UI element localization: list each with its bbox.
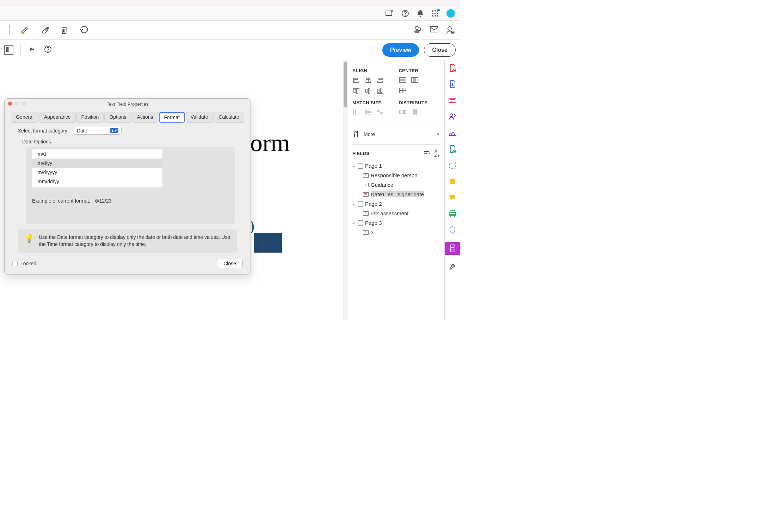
apps-grid-icon[interactable] <box>432 10 439 17</box>
align-center-h-icon[interactable] <box>364 77 372 84</box>
window-minimize-icon <box>15 101 19 106</box>
pin-icon[interactable] <box>28 45 37 55</box>
tab-general[interactable]: General <box>11 112 38 123</box>
svg-rect-49 <box>405 111 406 113</box>
tree-label: risk assessment <box>371 210 409 216</box>
svg-point-10 <box>434 15 436 17</box>
link-cloud-icon[interactable] <box>413 26 422 35</box>
canvas-scrollbar-thumb[interactable] <box>344 62 347 107</box>
tab-calculate[interactable]: Calculate <box>214 112 244 123</box>
dialog-title: Text Field Properties <box>107 101 149 107</box>
fill-sign-icon[interactable] <box>448 129 457 137</box>
distribute-v-icon <box>411 109 419 116</box>
list-item-mdyy[interactable]: m/d/yy <box>32 159 162 168</box>
center-h-icon[interactable] <box>399 77 407 84</box>
align-right-icon[interactable] <box>376 77 384 84</box>
align-top-icon[interactable] <box>352 87 360 94</box>
tree-node-page2[interactable]: ⌄ Page 2 <box>352 199 440 209</box>
prepare-form-icon[interactable] <box>445 242 460 255</box>
tab-validate[interactable]: Validate <box>186 112 213 123</box>
tab-format[interactable]: Format <box>159 112 185 123</box>
center-both-icon[interactable] <box>399 87 407 94</box>
edit-pdf-icon[interactable] <box>448 96 457 105</box>
tree-leaf-3[interactable]: T 3 <box>352 228 440 237</box>
chevron-down-icon: ⌄ <box>352 202 356 206</box>
export-pdf-icon[interactable] <box>448 80 457 88</box>
tree-leaf-risk[interactable]: T risk assessment <box>352 209 440 218</box>
avatar[interactable] <box>446 9 455 18</box>
canvas-scrollbar-track[interactable] <box>343 60 348 320</box>
more-tools-row[interactable]: More ▼ <box>352 128 440 140</box>
center-title: CENTER <box>399 68 440 73</box>
help-icon[interactable] <box>401 10 409 17</box>
tree-node-page1[interactable]: ⌄ Page 1 <box>352 161 440 171</box>
tab-options[interactable]: Options <box>104 112 131 123</box>
form-toolbar: Preview Close <box>0 40 460 60</box>
dialog-close-button[interactable]: Close <box>217 259 243 268</box>
tree-label: Page 3 <box>365 220 382 226</box>
center-v-icon[interactable] <box>411 77 419 84</box>
tree-node-page3[interactable]: ⌄ Page 3 <box>352 218 440 228</box>
svg-rect-18 <box>8 47 9 52</box>
format-category-value: Date <box>77 128 87 134</box>
tree-leaf-guidance[interactable]: T Guidance <box>352 180 440 190</box>
tree-leaf-responsible[interactable]: T Responsible person <box>352 171 440 180</box>
window-controls[interactable] <box>8 101 26 106</box>
checkbox-box-icon[interactable] <box>12 261 18 266</box>
svg-rect-57 <box>450 162 455 168</box>
svg-rect-13 <box>430 26 438 32</box>
svg-point-6 <box>432 13 433 14</box>
eraser-icon[interactable] <box>40 26 49 35</box>
help-circle-icon[interactable] <box>44 45 53 55</box>
svg-rect-37 <box>401 79 405 81</box>
list-item-mdyyyy[interactable]: m/d/yyyy <box>32 168 162 177</box>
preview-button[interactable]: Preview <box>382 43 419 57</box>
sticky-note-icon[interactable] <box>448 177 457 186</box>
comment-icon[interactable] <box>448 193 457 202</box>
app-top-divider <box>0 0 460 6</box>
tree-leaf-date1[interactable]: 📅 Date1_es_:signer:date <box>352 190 440 199</box>
tree-label: Page 1 <box>365 163 382 169</box>
close-button[interactable]: Close <box>424 43 456 57</box>
document-canvas[interactable]: orm ls) Text Field Properties General Ap… <box>0 60 348 320</box>
print-icon[interactable] <box>448 210 457 218</box>
sort-lines-icon[interactable] <box>423 150 430 156</box>
trash-icon[interactable] <box>60 26 69 35</box>
textfield-icon: T <box>363 211 369 216</box>
list-item-md[interactable]: m/d <box>32 149 162 159</box>
date-format-list[interactable]: m/d m/d/yy m/d/yyyy mm/dd/yy <box>32 149 162 187</box>
mail-icon[interactable] <box>430 26 439 35</box>
tab-actions[interactable]: Actions <box>132 112 158 123</box>
share-screen-icon[interactable] <box>385 10 394 17</box>
format-category-select[interactable]: Date ▲▼ <box>74 127 122 135</box>
sort-az-icon[interactable]: AZ▼ <box>434 149 440 157</box>
bell-icon[interactable] <box>417 10 424 17</box>
align-left-icon[interactable] <box>352 77 360 84</box>
request-signatures-icon[interactable] <box>448 112 457 121</box>
svg-rect-25 <box>354 81 359 82</box>
undo-icon[interactable] <box>80 26 89 35</box>
svg-point-9 <box>432 15 433 17</box>
create-pdf-icon[interactable] <box>448 64 457 72</box>
align-middle-v-icon[interactable] <box>364 87 372 94</box>
organize-pages-icon[interactable] <box>448 145 457 153</box>
window-close-icon[interactable] <box>8 101 12 106</box>
add-person-icon[interactable] <box>446 26 455 35</box>
tree-label: Responsible person <box>371 172 418 178</box>
dialog-titlebar[interactable]: Text Field Properties <box>5 99 251 109</box>
textfield-icon: T <box>363 173 369 178</box>
example-label: Example of current format: <box>32 198 90 204</box>
svg-rect-30 <box>354 89 355 93</box>
list-item-mmddyy[interactable]: mm/dd/yy <box>32 177 162 186</box>
more-tools-wrench-icon[interactable] <box>448 262 457 271</box>
locked-checkbox[interactable]: Locked <box>12 261 36 266</box>
svg-rect-45 <box>377 110 380 112</box>
send-comments-icon[interactable] <box>448 161 457 169</box>
align-bottom-icon[interactable] <box>376 87 384 94</box>
highlighter-icon[interactable] <box>20 26 30 35</box>
tab-appearance[interactable]: Appearance <box>39 112 76 123</box>
protect-icon[interactable] <box>448 226 457 234</box>
barcode-icon[interactable] <box>4 45 13 55</box>
svg-rect-31 <box>357 89 358 94</box>
tab-position[interactable]: Position <box>76 112 104 123</box>
